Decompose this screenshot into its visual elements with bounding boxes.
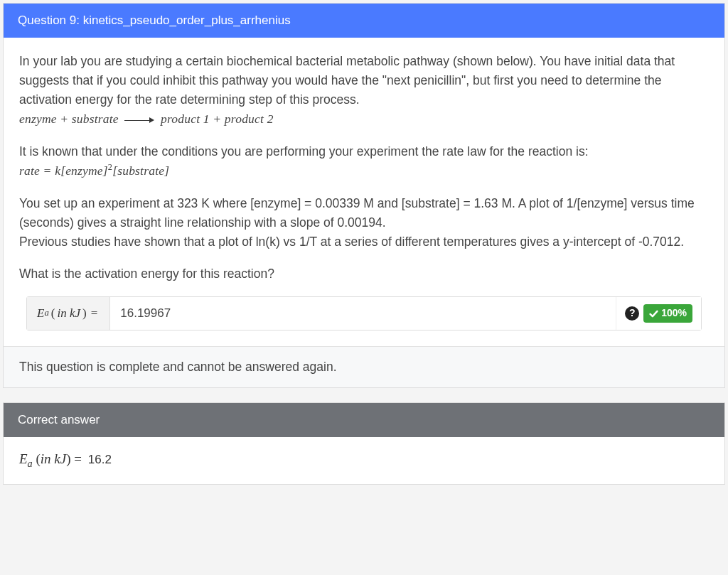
bracket-close: ] [103,163,108,178]
bracket-close-2: ] [164,163,169,178]
rate-law-enzyme: enzyme [65,163,103,178]
question-body: In your lab you are studying a certain b… [4,38,724,331]
answer-variable-label: Ea (in kJ) = [27,297,110,330]
correct-answer-header: Correct answer [4,403,724,437]
reaction-lhs: enzyme + substrate [19,112,119,126]
label-close-paren: ) [82,304,87,323]
correct-E: E [19,451,28,466]
correct-value: 16.2 [88,453,112,466]
rate-law-equation: rate = k[enzyme]2[substrate] [19,163,169,178]
question-header: Question 9: kinetics_pseudo_order_plus_a… [4,4,724,38]
check-icon [649,309,658,318]
help-icon[interactable]: ? [625,306,639,321]
rate-law-substrate: substrate [117,163,164,178]
correct-sub-a: a [28,458,33,469]
rate-law-intro: It is known that under the conditions yo… [19,144,589,158]
correct-unit: in kJ [41,451,66,466]
score-text: 100% [661,306,687,321]
answer-status-area: ? 100% [616,297,701,330]
correct-answer-card: Correct answer Ea (in kJ) = 16.2 [3,402,725,485]
question-card: Question 9: kinetics_pseudo_order_plus_a… [3,3,725,388]
completion-note: This question is complete and cannot be … [4,346,724,387]
correct-open-paren: ( [33,451,41,466]
answer-input-row: Ea (in kJ) = 16.19967 ? 100% [26,296,702,331]
question-prompt: What is the activation energy for this r… [19,264,709,284]
label-open-paren: ( [51,304,55,323]
rate-law-block: It is known that under the conditions yo… [19,142,709,181]
label-unit: in kJ [57,304,80,323]
correct-equals: = [71,451,85,466]
arrow-icon [124,114,154,127]
experiment-block: You set up an experiment at 323 K where … [19,194,709,252]
correct-answer-body: Ea (in kJ) = 16.2 [4,437,724,484]
label-E: E [37,304,44,323]
reaction-rhs: product 1 + product 2 [161,112,274,126]
label-equals: = [91,304,98,323]
rate-law-prefix: rate = k [19,163,60,178]
experiment-text-2: Previous studies have shown that a plot … [19,235,684,249]
experiment-text-1: You set up an experiment at 323 K where … [19,196,695,230]
label-sub-a: a [44,306,48,321]
intro-text: In your lab you are studying a certain b… [19,54,675,107]
score-badge: 100% [643,304,692,323]
reaction-equation: enzyme + substrate product 1 + product 2 [19,112,274,126]
answer-value-field[interactable]: 16.19967 [110,297,616,330]
question-intro: In your lab you are studying a certain b… [19,52,709,129]
